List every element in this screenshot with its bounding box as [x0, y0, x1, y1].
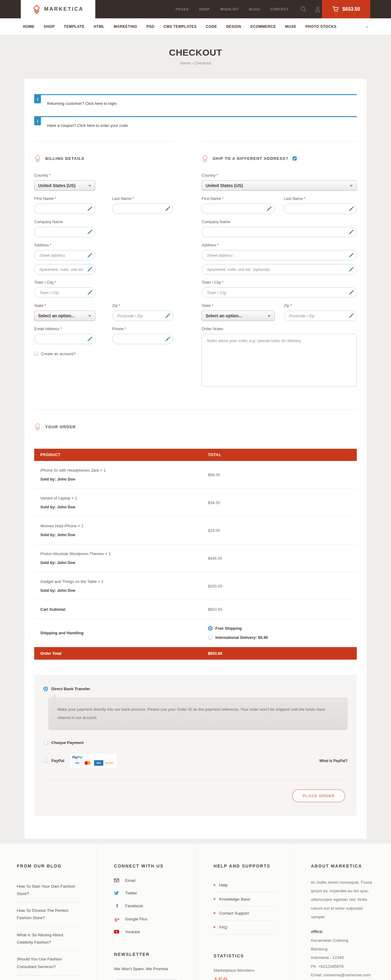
blog-post-link[interactable]: How To Choose The Perfect Fashion Store? [17, 902, 80, 927]
office-line: Indonesia - 12345 [311, 953, 374, 962]
billing-first-name-input[interactable] [34, 204, 95, 214]
cheque-payment-radio[interactable] [43, 740, 48, 745]
subnav-ecommerce[interactable]: ECOMMERCE [250, 24, 276, 29]
product-seller: Sold by: John Doe [40, 505, 208, 509]
billing-country-select[interactable]: United States (US) [34, 180, 95, 191]
googleplus-link[interactable]: g+ Google Plus [114, 917, 180, 922]
pen-icon [348, 313, 354, 318]
shipping-country-select[interactable]: United States (US) [202, 180, 357, 191]
search-icon[interactable] [300, 6, 307, 12]
shipping-first-name-label: First Name [202, 196, 221, 201]
knowledge-base-link[interactable]: Knowladge Base [213, 892, 277, 906]
subnav-marketing[interactable]: MARKETING [114, 24, 137, 29]
statistics-title: STATISTICS [213, 953, 277, 958]
blog-post-link[interactable]: Should You Use Fashion Consultant Servic… [17, 951, 80, 975]
billing-phone-input[interactable] [112, 334, 173, 344]
shipping-last-name-input[interactable] [284, 204, 357, 214]
subnav-more-icon[interactable]: » [366, 24, 368, 29]
shipping-street-input[interactable] [202, 250, 357, 261]
billing-email-input[interactable] [34, 334, 95, 344]
footer-connect-title: CONNECT WITH US [114, 864, 180, 869]
shipping-zip-input[interactable] [284, 310, 357, 321]
breadcrumb-home[interactable]: Home [180, 61, 191, 65]
billing-street-input[interactable] [34, 250, 95, 261]
facebook-link[interactable]: f Facebook [114, 903, 180, 909]
shipping-town-input[interactable] [202, 287, 357, 298]
bullet-icon [213, 898, 215, 900]
bank-transfer-radio[interactable] [43, 687, 48, 691]
newsletter-email-input[interactable] [114, 979, 180, 980]
free-shipping-radio[interactable] [208, 626, 213, 631]
billing-state-select[interactable]: Select an option... [34, 310, 95, 321]
shipping-first-name-input[interactable] [202, 204, 275, 214]
shipping-state-select[interactable]: Select an option... [202, 310, 275, 321]
shipping-title: SHIP TO A DIFFERENT ADDRESS? [213, 156, 288, 161]
shipping-country-label: Country [202, 173, 216, 178]
order-table: PRODUCT TOTAL iPhone 5s with Headphones … [34, 449, 357, 660]
subnav-cms-templates[interactable]: CMS TEMPLATES [164, 24, 196, 29]
returning-customer-text: Returning customer? [47, 101, 84, 106]
billing-apartment-input[interactable] [34, 264, 95, 275]
top-nav-wishlist[interactable]: WISHLIST [220, 7, 239, 11]
pen-icon [266, 206, 272, 212]
faq-link[interactable]: FAQ [213, 920, 277, 934]
email-icon [114, 878, 120, 883]
subnav-template[interactable]: TEMPLATE [64, 24, 84, 29]
youtube-link[interactable]: Youtube [114, 929, 180, 934]
cart-subtotal-label: Cart Subtotal [40, 607, 208, 612]
subnav-shop[interactable]: SHOP [44, 24, 55, 29]
blog-post-link[interactable]: What is So Alluring About Celebrity Fash… [17, 927, 80, 951]
email-link[interactable]: Email [114, 878, 180, 883]
paypal-radio[interactable] [43, 758, 48, 763]
billing-town-label: Town / City [34, 280, 54, 285]
create-account-checkbox[interactable] [34, 352, 38, 356]
contact-support-link[interactable]: Contact Support [213, 906, 277, 920]
billing-zip-label: Zip [112, 303, 118, 308]
product-name: iPhone 5s with Headphones Jack × 1 [40, 468, 208, 473]
order-notes-textarea[interactable] [202, 334, 357, 387]
billing-zip-input[interactable] [112, 310, 173, 321]
subnav-muse[interactable]: MUSE [285, 24, 296, 29]
international-delivery-radio[interactable] [208, 635, 213, 640]
billing-last-name-label: Last Name [112, 196, 131, 201]
shipping-apartment-input[interactable] [202, 264, 357, 275]
billing-town-input[interactable] [34, 287, 95, 298]
coupon-link[interactable]: Click here to enter your code [77, 123, 128, 128]
subnav-design[interactable]: DESIGN [226, 24, 241, 29]
cart-button[interactable]: $653.50 [322, 0, 370, 18]
place-order-button[interactable]: PLACE ORDER [292, 789, 345, 802]
office-label: office: [311, 928, 374, 936]
coupon-notice: i Have a coupon? Click here to enter you… [34, 116, 357, 130]
top-nav-pages[interactable]: PAGES [176, 7, 189, 11]
blog-post-link[interactable]: How To Start Your Own Fashion Store? [17, 878, 80, 903]
top-nav-blog[interactable]: BLOG [249, 7, 260, 11]
billing-last-name-input[interactable] [112, 204, 173, 214]
ship-different-checkbox[interactable] [292, 156, 297, 161]
top-nav-contact[interactable]: CONTACT [270, 7, 289, 11]
discover-icon: DISCOVER [105, 760, 114, 766]
shipping-company-input[interactable] [202, 227, 357, 237]
cart-subtotal-row: Cart Subtotal $653.50 [34, 600, 357, 619]
members-value: 159 [213, 976, 277, 980]
top-nav-shop[interactable]: SHOP [199, 7, 210, 11]
what-is-paypal-link[interactable]: What is PayPal? [319, 759, 348, 763]
twitter-link[interactable]: Twitter [114, 891, 180, 895]
billing-email-label: Email Address [34, 326, 60, 331]
user-icon[interactable] [315, 6, 320, 12]
pen-icon [348, 267, 354, 272]
subnav-psd[interactable]: PSD [146, 24, 154, 29]
subnav-photo-stocks[interactable]: PHOTO STOCKS [305, 24, 337, 29]
subnav-code[interactable]: CODE [206, 24, 217, 29]
billing-company-input[interactable] [34, 227, 95, 237]
logo[interactable]: MARKETICA [21, 0, 95, 18]
subnav-html[interactable]: HTML [94, 24, 105, 29]
info-icon: i [34, 95, 41, 103]
blog-post-link[interactable]: Plus Size Fashion: Is There Such a Thing… [17, 975, 80, 980]
subnav-home[interactable]: HOME [23, 24, 35, 29]
breadcrumb-separator: › [192, 61, 193, 65]
office-line: Email. someone@someone.com [311, 971, 374, 979]
pen-icon [87, 229, 92, 235]
help-link[interactable]: Help [213, 878, 277, 892]
newsletter-tagline: We Won't Spam, We Promise [114, 967, 180, 971]
login-link[interactable]: Click here to login [85, 101, 116, 106]
